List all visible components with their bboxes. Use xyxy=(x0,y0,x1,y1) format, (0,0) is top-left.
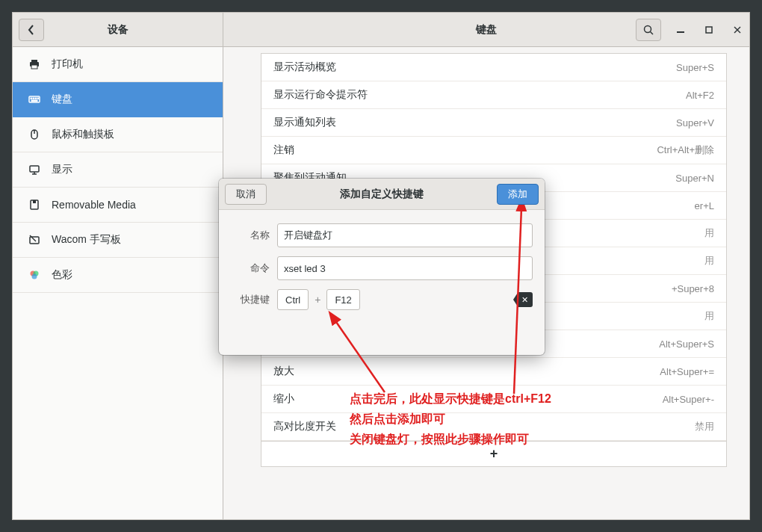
search-icon xyxy=(643,25,654,35)
left-panel-title: 设备 xyxy=(13,23,223,37)
page-title: 键盘 xyxy=(223,23,749,37)
key-chip: Ctrl xyxy=(277,289,309,310)
svg-point-0 xyxy=(645,25,651,32)
shortcut-row[interactable]: 高对比度开关禁用 xyxy=(261,413,726,441)
shortcut-key: Alt+F2 xyxy=(686,90,714,101)
add-shortcut-dialog: 取消 添加自定义快捷键 添加 名称 命令 快捷键 Ctrl + F12 ✕ xyxy=(219,179,545,355)
svg-line-1 xyxy=(651,31,654,34)
sidebar-item-removable[interactable]: Removable Media xyxy=(13,188,223,223)
svg-rect-13 xyxy=(37,98,39,99)
printer-icon xyxy=(28,58,41,71)
svg-rect-12 xyxy=(35,98,37,99)
svg-rect-14 xyxy=(31,100,37,102)
window-controls xyxy=(673,22,745,37)
svg-rect-3 xyxy=(706,27,712,33)
color-icon xyxy=(28,268,41,282)
mouse-icon xyxy=(28,128,41,141)
tablet-icon xyxy=(28,233,41,247)
sidebar-item-printer[interactable]: 打印机 xyxy=(13,47,223,82)
shortcut-label: 缩小 xyxy=(273,392,663,406)
sidebar-label: 显示 xyxy=(52,163,72,176)
sidebar-label: 鼠标和触摸板 xyxy=(52,128,114,141)
close-button[interactable] xyxy=(730,22,745,37)
sidebar-label: Removable Media xyxy=(52,199,136,211)
shortcut-row[interactable]: 显示运行命令提示符Alt+F2 xyxy=(261,81,726,109)
key-chip: F12 xyxy=(326,289,359,310)
shortcut-label: 高对比度开关 xyxy=(273,420,695,433)
shortcut-row: 快捷键 Ctrl + F12 ✕ xyxy=(231,289,533,310)
removable-icon xyxy=(28,198,41,211)
sidebar-label: 打印机 xyxy=(52,58,83,71)
add-shortcut-button[interactable]: + xyxy=(261,441,726,466)
name-input[interactable] xyxy=(277,223,533,247)
shortcut-label: 显示通知列表 xyxy=(273,116,676,129)
shortcut-key: 用 xyxy=(704,254,714,267)
shortcut-label: 放大 xyxy=(273,365,660,378)
plus-icon: + xyxy=(490,446,498,462)
name-row: 名称 xyxy=(231,223,533,247)
shortcut-key: Alt+Super+= xyxy=(660,366,714,377)
shortcut-key: Super+V xyxy=(676,117,714,129)
titlebar-right: 键盘 xyxy=(223,13,749,46)
svg-rect-21 xyxy=(33,200,36,203)
svg-rect-8 xyxy=(31,65,37,69)
shortcut-key: Ctrl+Alt+删除 xyxy=(657,143,714,157)
shortcut-key: 禁用 xyxy=(695,420,714,433)
shortcut-row[interactable]: 缩小Alt+Super+- xyxy=(261,386,726,413)
name-label: 名称 xyxy=(231,229,270,242)
minimize-button[interactable] xyxy=(673,22,688,37)
back-button[interactable] xyxy=(19,19,44,41)
shortcut-label: 注销 xyxy=(273,143,657,157)
sidebar-item-display[interactable]: 显示 xyxy=(13,152,223,188)
svg-rect-7 xyxy=(31,60,37,62)
maximize-button[interactable] xyxy=(701,22,716,37)
sidebar-item-mouse[interactable]: 鼠标和触摸板 xyxy=(13,117,223,152)
shortcut-row[interactable]: 显示通知列表Super+V xyxy=(261,109,726,137)
shortcut-key: 用 xyxy=(704,226,714,240)
cancel-button[interactable]: 取消 xyxy=(225,184,267,205)
clear-shortcut-button[interactable]: ✕ xyxy=(513,292,533,307)
shortcut-label: 显示运行命令提示符 xyxy=(273,88,686,102)
sidebar-label: 键盘 xyxy=(52,93,72,106)
titlebar: 设备 键盘 xyxy=(13,13,749,47)
command-label: 命令 xyxy=(231,262,270,275)
shortcut-label: 快捷键 xyxy=(231,293,270,306)
shortcut-key: Super+N xyxy=(675,173,714,184)
dialog-header: 取消 添加自定义快捷键 添加 xyxy=(219,179,545,210)
sidebar-item-color[interactable]: 色彩 xyxy=(13,258,223,293)
svg-rect-11 xyxy=(33,98,34,99)
shortcut-key: 用 xyxy=(704,309,714,323)
titlebar-left: 设备 xyxy=(13,13,223,46)
search-button[interactable] xyxy=(636,19,661,41)
dialog-title: 添加自定义快捷键 xyxy=(219,188,545,201)
keyboard-icon xyxy=(28,93,41,106)
svg-point-26 xyxy=(32,274,37,279)
svg-line-23 xyxy=(30,235,36,241)
shortcut-label: 显示活动概览 xyxy=(273,61,676,74)
chevron-left-icon xyxy=(28,25,35,35)
dialog-body: 名称 命令 快捷键 Ctrl + F12 ✕ xyxy=(219,210,545,355)
shortcut-key: Super+S xyxy=(676,62,714,73)
command-row: 命令 xyxy=(231,256,533,280)
sidebar-label: Wacom 手写板 xyxy=(52,233,121,247)
sidebar-item-keyboard[interactable]: 键盘 xyxy=(13,82,223,117)
command-input[interactable] xyxy=(277,256,533,280)
shortcut-row[interactable]: 显示活动概览Super+S xyxy=(261,54,726,81)
sidebar: 打印机 键盘 鼠标和触摸板 显示 Removable Media Wacom 手… xyxy=(13,47,223,519)
shortcut-key: Alt+Super+S xyxy=(659,338,714,350)
display-icon xyxy=(28,163,41,176)
shortcut-key: Alt+Super+- xyxy=(663,394,714,405)
svg-rect-10 xyxy=(31,98,32,99)
shortcut-row[interactable]: 放大Alt+Super+= xyxy=(261,358,726,386)
add-button[interactable]: 添加 xyxy=(497,184,539,205)
svg-rect-17 xyxy=(30,166,39,172)
sidebar-label: 色彩 xyxy=(52,268,72,282)
plus-icon: + xyxy=(315,294,320,306)
sidebar-item-wacom[interactable]: Wacom 手写板 xyxy=(13,223,223,258)
shortcut-display[interactable]: Ctrl + F12 ✕ xyxy=(277,289,533,310)
shortcut-key: +Super+8 xyxy=(672,283,714,294)
shortcut-row[interactable]: 注销Ctrl+Alt+删除 xyxy=(261,137,726,164)
shortcut-key: er+L xyxy=(695,200,714,211)
